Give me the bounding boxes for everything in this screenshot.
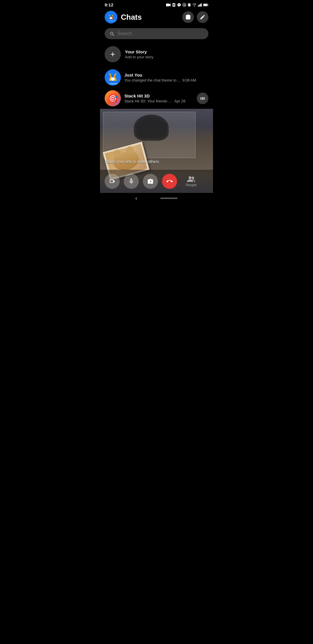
svg-rect-0 bbox=[166, 3, 169, 6]
svg-point-5 bbox=[183, 3, 186, 7]
end-call-button[interactable] bbox=[162, 174, 177, 189]
svg-rect-19 bbox=[208, 4, 208, 5]
header-actions bbox=[182, 11, 208, 23]
video-cam-icon bbox=[166, 3, 171, 7]
video-icon bbox=[109, 178, 115, 184]
search-icon bbox=[109, 31, 114, 36]
chat-info-just-you: Just You You changed the chat theme to… … bbox=[124, 73, 208, 82]
vibrate-icon bbox=[188, 3, 191, 7]
svg-point-36 bbox=[192, 177, 194, 179]
user-avatar[interactable]: malavida.com bbox=[105, 11, 117, 23]
basket bbox=[134, 115, 169, 141]
svg-rect-18 bbox=[203, 4, 207, 6]
people-icon bbox=[187, 176, 196, 182]
search-input[interactable] bbox=[117, 31, 204, 36]
people-label: People bbox=[186, 183, 196, 187]
svg-marker-1 bbox=[169, 3, 170, 6]
battery-icon bbox=[203, 3, 208, 7]
just-you-avatar-image: malavida.com bbox=[105, 69, 121, 86]
add-story-button[interactable]: + bbox=[105, 46, 121, 62]
camera-button[interactable] bbox=[182, 11, 194, 23]
chat-name: Just You bbox=[124, 73, 208, 77]
svg-rect-16 bbox=[201, 3, 202, 6]
svg-rect-15 bbox=[200, 4, 201, 6]
video-call-area: Share your link to invite others bbox=[100, 109, 213, 193]
mic-icon bbox=[128, 178, 134, 184]
home-indicator[interactable] bbox=[160, 198, 178, 199]
navigation-bar: ‹ bbox=[100, 193, 213, 206]
stackhit-preview: Stack Hit 3D: Your friends … Apr 28 bbox=[124, 99, 193, 103]
messenger-icon bbox=[177, 3, 181, 7]
svg-rect-30 bbox=[200, 97, 205, 100]
header: malavida.com Chats bbox=[100, 8, 213, 27]
user-avatar-image: malavida.com bbox=[106, 12, 116, 22]
call-controls: People bbox=[100, 170, 213, 193]
gamepad-icon bbox=[200, 96, 205, 100]
back-button[interactable]: ‹ bbox=[135, 195, 137, 201]
search-bar[interactable] bbox=[105, 28, 208, 39]
flip-icon bbox=[147, 178, 154, 184]
svg-point-34 bbox=[204, 98, 204, 99]
edit-icon bbox=[200, 14, 205, 20]
status-bar: 9:12 bbox=[100, 0, 213, 8]
svg-rect-3 bbox=[173, 4, 175, 6]
story-text: Your Story Add to your story bbox=[125, 49, 153, 59]
page-title: Chats bbox=[121, 13, 179, 22]
svg-point-33 bbox=[203, 98, 204, 98]
flip-camera-button[interactable] bbox=[143, 174, 158, 189]
compose-button[interactable] bbox=[197, 11, 208, 23]
sim-icon bbox=[172, 3, 176, 7]
svg-text:malavida.com: malavida.com bbox=[109, 83, 121, 85]
story-subtitle: Add to your story bbox=[125, 55, 153, 59]
wifi-icon bbox=[192, 3, 197, 7]
stackhit-name: Stack Hit 3D bbox=[124, 93, 193, 98]
story-title: Your Story bbox=[125, 49, 153, 54]
svg-point-4 bbox=[184, 4, 185, 6]
mic-toggle-button[interactable] bbox=[124, 174, 139, 189]
svg-rect-14 bbox=[199, 4, 200, 6]
people-tab[interactable]: People bbox=[181, 173, 201, 189]
chat-info-stackhit: Stack Hit 3D Stack Hit 3D: Your friends … bbox=[124, 93, 193, 103]
video-toggle-button[interactable] bbox=[105, 174, 120, 189]
svg-rect-32 bbox=[201, 98, 202, 99]
at-icon bbox=[182, 3, 186, 7]
phone-end-icon bbox=[166, 178, 173, 184]
chat-avatar-stackhit: 🎯 bbox=[105, 90, 121, 106]
chat-avatar-just-you: malavida.com bbox=[105, 69, 121, 86]
svg-rect-6 bbox=[188, 3, 190, 6]
signal-icon bbox=[198, 3, 202, 7]
chat-preview: You changed the chat theme to… 9:08 AM bbox=[124, 78, 208, 82]
svg-point-23 bbox=[110, 17, 112, 19]
plus-icon: + bbox=[110, 50, 115, 59]
svg-point-35 bbox=[189, 176, 192, 179]
story-item[interactable]: + Your Story Add to your story bbox=[100, 44, 213, 67]
svg-point-28 bbox=[111, 77, 115, 81]
game-icon-badge bbox=[197, 93, 208, 104]
svg-rect-13 bbox=[198, 5, 199, 6]
svg-text:malavida.com: malavida.com bbox=[109, 20, 116, 21]
chat-item-stackhit[interactable]: 🎯 Stack Hit 3D Stack Hit 3D: Your friend… bbox=[100, 88, 213, 109]
stackhit-avatar-emoji: 🎯 bbox=[108, 94, 118, 103]
camera-icon bbox=[185, 14, 191, 20]
chat-item-just-you[interactable]: malavida.com Just You You changed the ch… bbox=[100, 67, 213, 88]
status-icons bbox=[166, 3, 208, 7]
status-time: 9:12 bbox=[105, 2, 113, 7]
share-link-label: Share your link to invite others bbox=[105, 159, 159, 164]
